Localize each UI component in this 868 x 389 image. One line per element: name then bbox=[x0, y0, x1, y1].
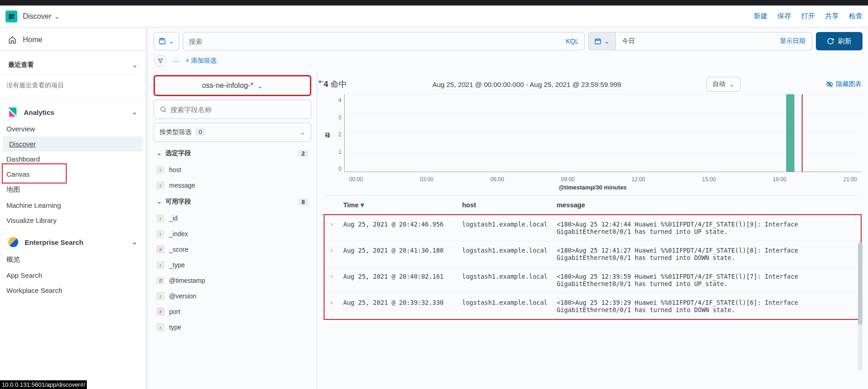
nav-app-search[interactable]: App Search bbox=[0, 268, 146, 283]
cell-time: Aug 25, 2021 @ 20:42:46.956 bbox=[339, 215, 458, 241]
index-pattern-label: oss-ne-infolog-* bbox=[202, 81, 253, 90]
expand-row-button[interactable]: › bbox=[324, 215, 339, 241]
search-icon bbox=[160, 106, 167, 113]
search-input[interactable] bbox=[189, 38, 566, 45]
field-item[interactable]: thost bbox=[148, 162, 317, 178]
share-link[interactable]: 共享 bbox=[825, 12, 839, 21]
search-input-wrap[interactable]: KQL bbox=[183, 32, 585, 50]
date-range-display[interactable]: 今日 显示日期 bbox=[616, 32, 812, 50]
eye-off-icon bbox=[826, 81, 833, 88]
interval-select[interactable]: 自动 ⌄ bbox=[707, 77, 740, 92]
filter-menu-button[interactable] bbox=[154, 55, 166, 67]
nav-visualize[interactable]: Visualize Library bbox=[0, 213, 146, 228]
chevron-down-icon: ⌄ bbox=[300, 129, 305, 136]
selected-fields-count: 2 bbox=[298, 150, 309, 157]
add-filter-link[interactable]: + 添加筛选 bbox=[186, 57, 217, 65]
field-type-filter[interactable]: 按类型筛选 0 ⌄ bbox=[154, 123, 311, 142]
enterprise-search-icon bbox=[8, 237, 18, 247]
text-type-icon: t bbox=[156, 261, 165, 269]
expand-row-button[interactable]: › bbox=[324, 267, 339, 293]
app-logo[interactable]: 默 bbox=[5, 11, 17, 22]
cell-message: <180>Aug 25 12:41:27 Huawei %%01IFPDT/4/… bbox=[552, 241, 861, 267]
enterprise-section[interactable]: Enterprise Search ⌄ bbox=[0, 232, 146, 252]
date-range-text: Aug 25, 2021 @ 00:00:00.000 - Aug 25, 20… bbox=[432, 81, 621, 88]
field-name: port bbox=[169, 308, 180, 315]
col-message[interactable]: message bbox=[552, 196, 861, 215]
recent-section[interactable]: 最近查看 ⌄ bbox=[0, 55, 146, 75]
index-pattern-select[interactable]: oss-ne-infolog-* ⌄ bbox=[154, 75, 311, 96]
svg-point-2 bbox=[161, 107, 165, 111]
results-table: Time ▾ host message ›Aug 25, 2021 @ 20:4… bbox=[324, 195, 862, 389]
chevron-down-icon: ⌄ bbox=[132, 238, 138, 246]
chevron-down-icon: ⌄ bbox=[156, 198, 162, 205]
field-item[interactable]: t@version bbox=[148, 288, 317, 304]
collapse-fields-button[interactable]: ⇤ bbox=[319, 78, 324, 85]
nav-ml[interactable]: Machine Learning bbox=[0, 198, 146, 213]
kql-toggle[interactable]: KQL bbox=[566, 38, 579, 45]
cell-message: <180>Aug 25 12:39:59 Huawei %%01IFPDT/4/… bbox=[552, 267, 861, 293]
chevron-down-icon: ⌄ bbox=[604, 38, 610, 45]
open-link[interactable]: 打开 bbox=[801, 12, 815, 21]
field-item[interactable]: t_type bbox=[148, 257, 317, 273]
field-item[interactable]: tmessage bbox=[148, 178, 317, 193]
nav-discover[interactable]: Discover bbox=[3, 136, 143, 151]
inspect-link[interactable]: 检查 bbox=[849, 12, 863, 21]
text-type-icon: t bbox=[156, 214, 165, 222]
chevron-down-icon: ⌄ bbox=[169, 38, 174, 45]
expand-row-button[interactable]: › bbox=[324, 293, 339, 320]
text-type-icon: t bbox=[156, 166, 165, 174]
field-item[interactable]: t_index bbox=[148, 226, 317, 242]
new-link[interactable]: 新建 bbox=[754, 12, 767, 21]
nav-home-label: Home bbox=[23, 36, 43, 44]
sort-desc-icon: ▾ bbox=[361, 201, 364, 209]
refresh-button[interactable]: 刷新 bbox=[816, 32, 863, 50]
scrollbar[interactable] bbox=[858, 243, 863, 371]
svg-rect-0 bbox=[161, 38, 163, 40]
cell-message: <180>Aug 25 12:42:44 Huawei %%01IFPDT/4/… bbox=[552, 215, 861, 241]
nav-overview[interactable]: Overview bbox=[0, 121, 146, 136]
selected-fields-header[interactable]: ⌄ 选定字段 2 bbox=[148, 145, 317, 162]
chevron-down-icon: ⌄ bbox=[132, 108, 138, 116]
kibana-icon bbox=[8, 108, 17, 117]
save-link[interactable]: 保存 bbox=[777, 12, 791, 21]
cell-host: logstash1.example.local bbox=[458, 215, 552, 241]
chart-bar[interactable] bbox=[786, 94, 794, 172]
nav-maps[interactable]: 地图 bbox=[0, 182, 146, 198]
show-dates-link[interactable]: 显示日期 bbox=[780, 37, 805, 45]
field-name: _index bbox=[169, 230, 188, 238]
expand-row-button[interactable]: › bbox=[324, 241, 339, 267]
hide-chart-link[interactable]: 隐藏图表 bbox=[826, 80, 862, 88]
field-item[interactable]: t_id bbox=[148, 211, 317, 226]
chevron-down-icon: ⌄ bbox=[257, 81, 263, 90]
chevron-down-icon: ⌄ bbox=[54, 12, 60, 21]
saved-query-button[interactable]: ⌄ bbox=[154, 32, 179, 50]
field-item[interactable]: ttype bbox=[148, 319, 317, 335]
nav-dashboard[interactable]: Dashboard bbox=[0, 151, 146, 167]
type-filter-count: 0 bbox=[195, 128, 206, 136]
available-fields-header[interactable]: ⌄ 可用字段 8 bbox=[148, 193, 317, 211]
nav-ent-overview[interactable]: 概览 bbox=[0, 252, 146, 268]
text-type-icon: t bbox=[156, 292, 165, 300]
field-item[interactable]: 🗓@timestamp bbox=[148, 273, 317, 288]
histogram-chart[interactable]: 计数 43210 00:0003:0006:0009:0012:0015:001… bbox=[324, 94, 862, 190]
field-search[interactable] bbox=[154, 100, 311, 119]
nav-home[interactable]: Home bbox=[0, 31, 146, 51]
number-type-icon: # bbox=[156, 308, 165, 316]
analytics-title: Analytics bbox=[24, 108, 54, 116]
date-quick-button[interactable]: ⌄ bbox=[588, 32, 616, 50]
breadcrumb-app-label: Discover bbox=[23, 12, 51, 21]
nav-workplace-search[interactable]: Workplace Search bbox=[0, 283, 146, 298]
header-actions: 新建 保存 打开 共享 检查 bbox=[754, 12, 863, 21]
col-time[interactable]: Time ▾ bbox=[339, 196, 458, 215]
x-tick: 06:00 bbox=[490, 176, 504, 183]
field-name: _id bbox=[169, 215, 178, 222]
cell-host: logstash1.example.local bbox=[458, 267, 552, 293]
hide-chart-label: 隐藏图表 bbox=[836, 80, 862, 88]
breadcrumb-app[interactable]: Discover ⌄ bbox=[23, 12, 60, 21]
analytics-section[interactable]: Analytics ⌄ bbox=[0, 103, 146, 121]
col-host[interactable]: host bbox=[458, 196, 552, 215]
nav-canvas[interactable]: Canvas bbox=[0, 167, 146, 182]
field-item[interactable]: #port bbox=[148, 304, 317, 319]
field-item[interactable]: #_score bbox=[148, 242, 317, 257]
field-search-input[interactable] bbox=[170, 106, 305, 113]
